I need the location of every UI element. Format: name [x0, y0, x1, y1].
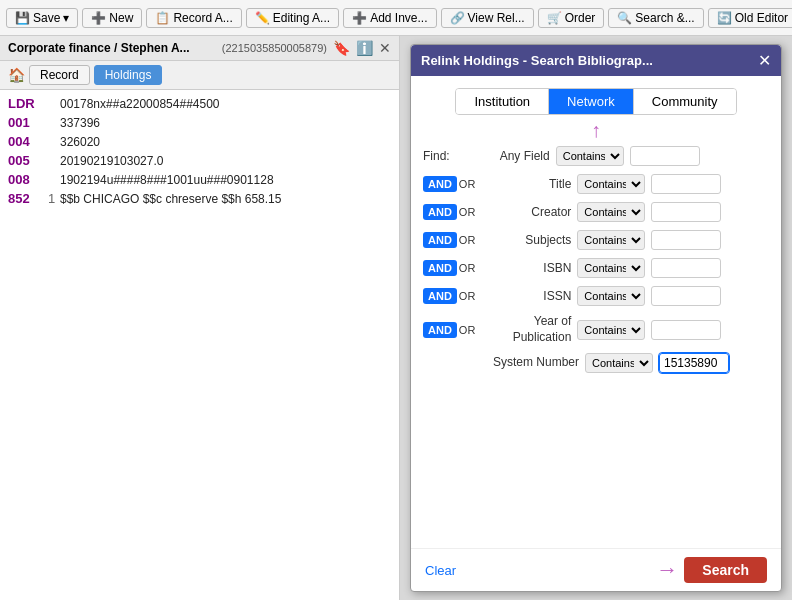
record-tabs: 🏠 Record Holdings — [0, 61, 399, 90]
view-rel-button[interactable]: 🔗 View Rel... — [441, 8, 534, 28]
and-button[interactable]: AND — [423, 204, 457, 220]
add-inve-button[interactable]: ➕ Add Inve... — [343, 8, 436, 28]
order-button[interactable]: 🛒 Order — [538, 8, 605, 28]
record-id: (2215035850005879) — [222, 42, 327, 54]
search-tabs: Institution Network Community — [455, 88, 736, 115]
record-a-button[interactable]: 📋 Record A... — [146, 8, 241, 28]
search-field-input[interactable] — [651, 258, 721, 278]
old-editor-label: Old Editor — [735, 11, 788, 25]
modal-body: Institution Network Community ↑ Find:Any… — [411, 76, 781, 548]
or-button[interactable]: OR — [459, 204, 476, 220]
record-info-icon[interactable]: 🔖 — [333, 40, 350, 56]
contains-select[interactable]: ContainsEqualsStarts with — [577, 230, 645, 250]
search-field-input[interactable] — [651, 230, 721, 250]
find-label: Find: — [423, 149, 450, 163]
marc-value: 00178nx##a22000854##4500 — [60, 97, 391, 111]
search-row-issn-row: ANDORISSNContainsEqualsStarts with — [423, 286, 769, 306]
tab-community[interactable]: Community — [634, 89, 736, 114]
marc-value: $$b CHICAGO $$c chreserve $$h 658.15 — [60, 192, 391, 206]
field-label: Subjects — [481, 233, 571, 247]
view-rel-label: View Rel... — [468, 11, 525, 25]
old-editor-button[interactable]: 🔄 Old Editor — [708, 8, 792, 28]
modal-title: Relink Holdings - Search Bibliograp... — [421, 53, 653, 68]
add-inve-label: Add Inve... — [370, 11, 427, 25]
search-execute-button[interactable]: Search — [684, 557, 767, 583]
tab-record[interactable]: Record — [29, 65, 90, 85]
search-modal: Relink Holdings - Search Bibliograp... ✕… — [410, 44, 782, 592]
marc-tag: 005 — [8, 153, 48, 168]
and-button[interactable]: AND — [423, 176, 457, 192]
search-row-title-row: ANDORTitleContainsEqualsStarts with — [423, 174, 769, 194]
marc-value: 1902194u####8###1001uu###0901128 — [60, 173, 391, 187]
new-button[interactable]: ➕ New — [82, 8, 142, 28]
search-field-input[interactable] — [651, 286, 721, 306]
search-btn-area: → Search — [656, 557, 767, 583]
contains-select[interactable]: ContainsEqualsStarts with — [577, 202, 645, 222]
contains-select[interactable]: ContainsEqualsStarts with — [585, 353, 653, 373]
record-a-icon: 📋 — [155, 11, 170, 25]
or-button[interactable]: OR — [459, 232, 476, 248]
contains-select[interactable]: ContainsEqualsStarts with — [556, 146, 624, 166]
or-button[interactable]: OR — [459, 176, 476, 192]
contains-select[interactable]: ContainsEqualsStarts with — [577, 320, 645, 340]
search-field-input[interactable] — [651, 174, 721, 194]
marc-ind: 1 — [48, 191, 60, 206]
marc-tag: 001 — [8, 115, 48, 130]
record-help-icon[interactable]: ℹ️ — [356, 40, 373, 56]
save-dropdown-arrow[interactable]: ▾ — [63, 11, 69, 25]
or-button[interactable]: OR — [459, 322, 476, 338]
tab-holdings[interactable]: Holdings — [94, 65, 163, 85]
search-field-input[interactable] — [651, 320, 721, 340]
search-field-input[interactable] — [651, 202, 721, 222]
right-panel: Relink Holdings - Search Bibliograp... ✕… — [400, 36, 792, 600]
marc-row[interactable]: 8521$$b CHICAGO $$c chreserve $$h 658.15 — [0, 189, 399, 208]
save-button[interactable]: 💾 Save ▾ — [6, 8, 78, 28]
clear-button[interactable]: Clear — [425, 563, 456, 578]
marc-row[interactable]: 00520190219103027.0 — [0, 151, 399, 170]
editing-a-icon: ✏️ — [255, 11, 270, 25]
tab-arrow: ↑ — [423, 119, 769, 142]
marc-table: LDR00178nx##a22000854##45000013373960043… — [0, 90, 399, 600]
search-arrow-icon: → — [656, 557, 678, 583]
row-ops: ANDOR — [423, 232, 475, 248]
tab-institution[interactable]: Institution — [456, 89, 549, 114]
marc-row[interactable]: 001337396 — [0, 113, 399, 132]
or-button[interactable]: OR — [459, 288, 476, 304]
row-ops: ANDOR — [423, 260, 475, 276]
and-button[interactable]: AND — [423, 322, 457, 338]
toolbar: 💾 Save ▾ ➕ New 📋 Record A... ✏️ Editing … — [0, 0, 792, 36]
search-icon: 🔍 — [617, 11, 632, 25]
search-row-isbn-row: ANDORISBNContainsEqualsStarts with — [423, 258, 769, 278]
marc-tag: 008 — [8, 172, 48, 187]
marc-row[interactable]: 004326020 — [0, 132, 399, 151]
field-label: Any Field — [460, 149, 550, 163]
new-label: New — [109, 11, 133, 25]
and-button[interactable]: AND — [423, 232, 457, 248]
contains-select[interactable]: ContainsEqualsStarts with — [577, 174, 645, 194]
home-button[interactable]: 🏠 — [8, 67, 25, 83]
modal-footer: Clear → Search — [411, 548, 781, 591]
order-label: Order — [565, 11, 596, 25]
field-label: System Number — [489, 355, 579, 371]
system-number-input[interactable] — [659, 353, 729, 373]
modal-close-button[interactable]: ✕ — [758, 51, 771, 70]
tab-network[interactable]: Network — [549, 89, 634, 114]
or-button[interactable]: OR — [459, 260, 476, 276]
left-panel: Corporate finance / Stephen A... (221503… — [0, 36, 400, 600]
and-button[interactable]: AND — [423, 260, 457, 276]
editing-a-button[interactable]: ✏️ Editing A... — [246, 8, 339, 28]
marc-row[interactable]: LDR00178nx##a22000854##4500 — [0, 94, 399, 113]
field-label: ISSN — [481, 289, 571, 303]
marc-row[interactable]: 0081902194u####8###1001uu###0901128 — [0, 170, 399, 189]
contains-select[interactable]: ContainsEqualsStarts with — [577, 286, 645, 306]
search-button[interactable]: 🔍 Search &... — [608, 8, 703, 28]
search-field-input[interactable] — [630, 146, 700, 166]
marc-tag: 004 — [8, 134, 48, 149]
field-label: Title — [481, 177, 571, 191]
new-icon: ➕ — [91, 11, 106, 25]
modal-header: Relink Holdings - Search Bibliograp... ✕ — [411, 45, 781, 76]
contains-select[interactable]: ContainsEqualsStarts with — [577, 258, 645, 278]
and-button[interactable]: AND — [423, 288, 457, 304]
record-close-icon[interactable]: ✕ — [379, 40, 391, 56]
search-row-subjects-row: ANDORSubjectsContainsEqualsStarts with — [423, 230, 769, 250]
